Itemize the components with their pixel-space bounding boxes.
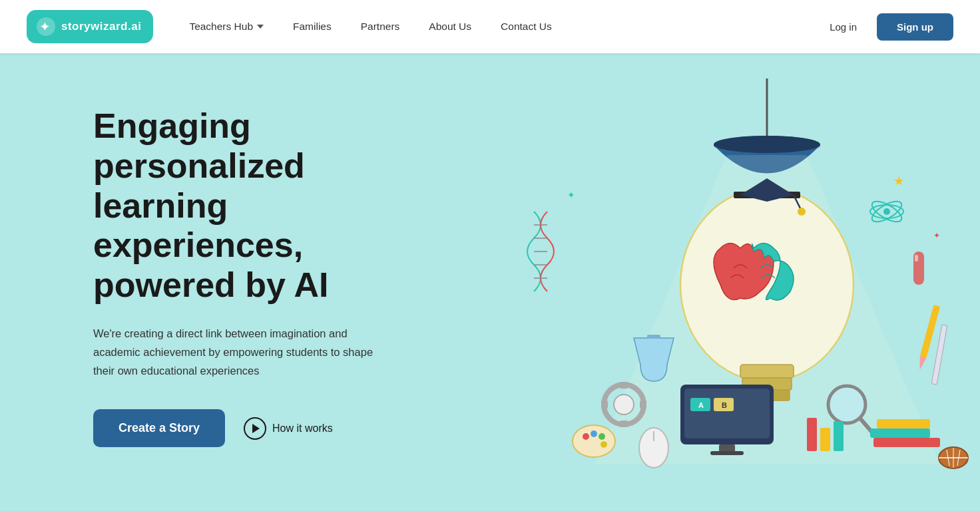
svg-rect-26 — [620, 421, 628, 427]
svg-rect-22 — [647, 335, 660, 339]
svg-rect-21 — [931, 325, 947, 385]
svg-point-4 — [714, 136, 820, 153]
how-it-works-button[interactable]: How it works — [244, 417, 333, 440]
play-triangle-icon — [252, 424, 260, 433]
svg-point-24 — [614, 395, 634, 415]
logo-icon: ✦ — [36, 17, 56, 37]
hero-title: Engaging personalized learning experienc… — [93, 106, 439, 305]
play-icon — [244, 417, 266, 440]
logo[interactable]: ✦ storywizard.ai — [27, 10, 153, 43]
svg-point-49 — [573, 425, 615, 457]
svg-rect-60 — [820, 428, 830, 451]
svg-rect-25 — [620, 382, 628, 389]
svg-point-12 — [798, 208, 806, 216]
svg-rect-43 — [877, 419, 930, 428]
svg-point-51 — [591, 430, 597, 437]
nav-about-us[interactable]: About Us — [417, 15, 483, 38]
nav-actions: Log in Sign up — [819, 13, 953, 41]
hero-content: Engaging personalized learning experienc… — [0, 53, 439, 487]
hero-illustration: A B — [434, 53, 980, 511]
svg-rect-30 — [684, 389, 770, 438]
chevron-down-icon — [257, 25, 264, 29]
svg-text:✦: ✦ — [567, 190, 575, 200]
hero-section: Engaging personalized learning experienc… — [0, 0, 980, 511]
svg-rect-42 — [870, 428, 930, 438]
svg-point-16 — [883, 208, 890, 215]
nav-teachers-hub[interactable]: Teachers Hub — [177, 15, 276, 38]
nav-links: Teachers Hub Families Partners About Us … — [177, 15, 819, 38]
svg-rect-28 — [640, 401, 646, 409]
hero-subtitle: We're creating a direct link between ima… — [93, 324, 439, 380]
hero-cta: Create a Story How it works — [93, 409, 439, 447]
svg-point-50 — [583, 433, 589, 440]
svg-rect-59 — [807, 418, 817, 451]
create-story-button[interactable]: Create a Story — [93, 409, 225, 447]
svg-rect-36 — [710, 451, 744, 455]
svg-rect-61 — [834, 421, 844, 451]
svg-text:✦: ✦ — [39, 19, 51, 34]
login-button[interactable]: Log in — [819, 16, 867, 38]
svg-rect-19 — [920, 305, 940, 358]
navbar: ✦ storywizard.ai Teachers Hub Families P… — [0, 0, 980, 53]
svg-point-52 — [599, 433, 605, 440]
svg-marker-20 — [917, 356, 927, 371]
svg-text:★: ★ — [893, 174, 904, 188]
svg-text:✦: ✦ — [933, 231, 940, 240]
svg-rect-6 — [740, 365, 794, 378]
signup-button[interactable]: Sign up — [877, 13, 953, 41]
svg-text:A: A — [698, 401, 704, 409]
nav-families[interactable]: Families — [281, 15, 344, 38]
nav-partners[interactable]: Partners — [349, 15, 412, 38]
svg-text:B: B — [722, 401, 727, 409]
logo-text: storywizard.ai — [61, 20, 141, 33]
nav-contact-us[interactable]: Contact Us — [489, 15, 564, 38]
svg-rect-41 — [873, 438, 940, 447]
svg-rect-27 — [601, 401, 608, 409]
svg-point-53 — [601, 441, 607, 448]
illustration-svg: A B — [434, 79, 980, 511]
svg-rect-18 — [915, 255, 918, 261]
